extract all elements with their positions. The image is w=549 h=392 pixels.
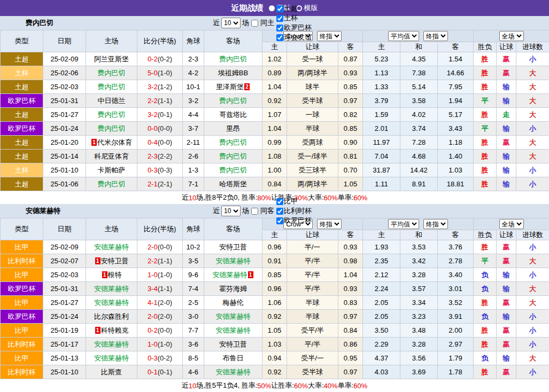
team-name: 比斯查: [101, 368, 122, 376]
col-corners: 角球: [183, 218, 204, 240]
league-checkbox[interactable]: [276, 5, 283, 12]
result-handicap-value: 赢: [503, 326, 510, 334]
final-odds-select[interactable]: 终指: [317, 219, 342, 229]
avg-home: 2.05: [363, 310, 400, 324]
games-count-select[interactable]: 10: [221, 206, 241, 216]
scope-group-header: 全场: [474, 218, 549, 230]
corners: 2-3: [183, 52, 204, 66]
scope-select[interactable]: 全场: [499, 219, 524, 229]
average-select[interactable]: 平均值: [388, 219, 419, 229]
sub-handicap-result: 让球: [497, 42, 516, 52]
match-row: 欧罗巴杯25-01-24费内巴切0-0(0-0)3-7里昂1.04半球0.852…: [1, 122, 549, 136]
sub-outcome: 胜负: [474, 42, 497, 52]
matches-label: 场: [242, 206, 249, 216]
odds-away: 0.90: [338, 136, 363, 150]
result-goals-value: 小: [529, 326, 536, 334]
league-checkbox[interactable]: [276, 198, 283, 205]
match-row: 土超25-02-03费内巴切3-2(1-2)10-1里泽斯堡21.04球半0.8…: [1, 80, 549, 94]
final-odds-select-2[interactable]: 终指: [423, 31, 448, 41]
match-row: 欧罗巴杯25-01-31中日德兰2-2(1-1)3-2费内巴切0.92受半球0.…: [1, 94, 549, 108]
match-date: 25-01-31: [43, 282, 86, 296]
league-checkbox-option[interactable]: 欧罗巴杯: [276, 23, 312, 33]
result-outcome: 胜: [474, 324, 497, 338]
away-team: 安德莱赫特1: [204, 268, 262, 282]
match-row: 比利时杯25-01-10比斯查0-1(0-1)4-6安德莱赫特0.92受半球0.…: [1, 365, 549, 379]
match-date: 25-01-31: [43, 94, 86, 108]
away-team: 哥兹塔比: [204, 108, 262, 122]
avg-draw: 8.91: [400, 177, 438, 191]
result-goals: 大: [516, 66, 549, 80]
odds-home: 0.96: [262, 240, 287, 254]
score-halftime: (0-2): [158, 55, 172, 63]
odds-away: 0.93: [338, 282, 363, 296]
result-goals-value: 大: [529, 152, 536, 160]
match-score: 2-2(1-1): [137, 254, 183, 268]
league-checkbox-option[interactable]: 欧罗巴杯: [276, 216, 312, 225]
odds-home: 0.99: [262, 136, 287, 150]
corners: 1-3: [183, 163, 204, 177]
result-handicap-value: 输: [503, 285, 510, 293]
result-goals: 大: [516, 254, 549, 268]
result-handicap-value: 赢: [503, 138, 510, 146]
handicap-line: 平/半: [287, 338, 338, 351]
same-venue-checkbox[interactable]: [251, 208, 258, 215]
result-goals-value: 大: [529, 299, 536, 307]
summary-stat-value: 60%: [324, 194, 338, 202]
score-fulltime: 2-3: [148, 152, 158, 160]
league-checkbox[interactable]: [276, 15, 283, 22]
summary-stat-value: 60%: [294, 382, 308, 390]
league-checkbox[interactable]: [276, 217, 283, 224]
league-checkbox-option[interactable]: 比甲: [276, 197, 312, 206]
sub-away: 客: [338, 42, 363, 52]
league-checkbox[interactable]: [276, 34, 283, 41]
away-team: 埃祖姆BB: [204, 66, 262, 80]
team-name: 梅赫伦: [223, 299, 244, 307]
games-count-select[interactable]: 10: [221, 18, 241, 28]
match-score: 3-2(0-1): [137, 108, 183, 122]
avg-home: 2.05: [363, 296, 400, 310]
league-checkbox[interactable]: [276, 208, 283, 215]
avg-draw: 3.69: [400, 365, 438, 379]
corners: 3-7: [183, 122, 204, 136]
team-name: 卡斯帕萨: [98, 166, 126, 174]
average-select[interactable]: 平均值: [388, 31, 419, 41]
league-checkbox[interactable]: [276, 25, 283, 32]
result-handicap: 输: [497, 268, 516, 282]
match-row: 比利时杯25-01-17安德莱赫特1-0(1-0)3-6安特卫普1.03平/半0…: [1, 338, 549, 351]
col-score: 比分(半场): [137, 30, 183, 52]
league-checkbox-option[interactable]: 土杯: [276, 13, 312, 23]
score-halftime: (2-1): [158, 180, 172, 188]
league-checkbox-label: 比甲: [284, 197, 298, 206]
final-odds-select[interactable]: 终指: [317, 31, 342, 41]
final-odds-select-2[interactable]: 终指: [423, 219, 448, 229]
scope-select[interactable]: 全场: [499, 31, 524, 41]
result-handicap-value: 输: [503, 152, 510, 160]
league-checkbox-option[interactable]: 球会友谊: [276, 33, 312, 42]
result-goals-value: 大: [529, 69, 536, 77]
avg-away: 18.81: [438, 177, 474, 191]
col-date: 日期: [43, 30, 86, 52]
team-name: 安德莱赫特: [216, 312, 251, 320]
league-badge: 土超: [1, 150, 43, 163]
league-badge: 欧罗巴杯: [1, 282, 43, 296]
odds-home: 0.92: [262, 94, 287, 108]
match-score: 2-0(2-0): [137, 310, 183, 324]
league-checkbox-option[interactable]: 土超: [276, 4, 312, 13]
league-checkbox-option[interactable]: 比利时杯: [276, 206, 312, 216]
avg-home: 2.29: [363, 338, 400, 351]
result-goals-value: 大: [529, 97, 536, 105]
summary-stat-value: 60%: [353, 382, 367, 390]
home-team: 1科特赖克: [86, 324, 137, 338]
result-handicap-value: 输: [503, 354, 510, 362]
result-handicap-value: 赢: [503, 69, 510, 77]
avg-away: 1.54: [438, 52, 474, 66]
summary-text: 让胜率:: [271, 381, 294, 390]
home-team: 1代米尔体育: [86, 136, 137, 150]
corners: 4-6: [183, 365, 204, 379]
avg-draw: 5.14: [400, 80, 438, 94]
summary-text: 场,胜5平1负4, 胜率:: [196, 381, 257, 390]
result-outcome-value: 负: [482, 312, 489, 320]
result-handicap: 输: [497, 122, 516, 136]
same-venue-checkbox[interactable]: [251, 20, 258, 27]
score-halftime: (0-0): [158, 326, 172, 334]
